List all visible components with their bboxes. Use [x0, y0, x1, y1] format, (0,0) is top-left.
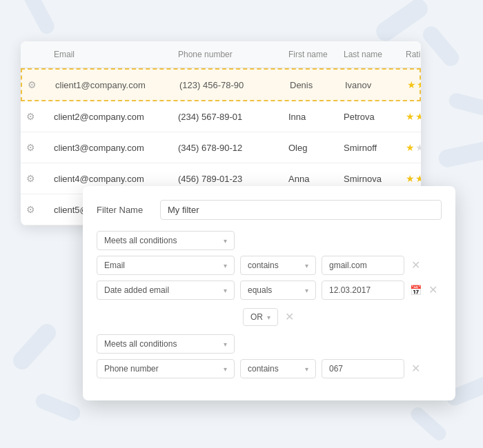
cell-rating: ★ ★ ★ ★ ★ [400, 170, 421, 187]
conditions-row-1: Meets all conditions ▾ [97, 231, 442, 250]
filter-row-date: Date added email ▾ equals ▾ 📅 ✕ [97, 281, 442, 300]
cell-email: client4@company.com [48, 171, 172, 187]
chevron-down-icon: ▾ [267, 314, 270, 321]
cell-lastname: Smirnoff [338, 140, 400, 156]
calendar-icon[interactable]: 📅 [410, 285, 422, 296]
chevron-down-icon: ▾ [224, 237, 227, 245]
cell-lastname: Ivanov [339, 77, 402, 93]
field-dropdown-phone[interactable]: Phone number ▾ [97, 359, 235, 378]
cell-email: client1@company.com [50, 77, 174, 93]
conditions-dropdown-1[interactable]: Meets all conditions ▾ [97, 231, 235, 250]
value-input-date[interactable] [322, 281, 404, 300]
decorative-pill-5 [20, 0, 57, 37]
cell-firstname: Anna [283, 171, 338, 187]
cell-firstname: Denis [284, 77, 339, 93]
operator-dropdown-email[interactable]: contains ▾ [240, 256, 316, 275]
filter-section-1: Meets all conditions ▾ Email ▾ contains … [97, 231, 442, 300]
chevron-down-icon: ▾ [224, 340, 227, 348]
star-2: ★ [415, 111, 421, 122]
cell-phone: (345) 678-90-12 [172, 140, 283, 156]
filter-row-email: Email ▾ contains ▾ ✕ [97, 256, 442, 275]
star-2: ★ [415, 142, 421, 153]
value-input-phone[interactable] [322, 359, 404, 378]
star-2: ★ [417, 79, 421, 90]
star-rating: ★ ★ ★ ★ ★ [406, 111, 421, 122]
decorative-pill-9 [408, 405, 448, 443]
table-row: ⚙ client2@company.com (234) 567-89-01 In… [21, 101, 421, 132]
cell-firstname: Oleg [283, 140, 338, 156]
decorative-pill-3 [447, 92, 483, 117]
decorative-pill-6 [10, 320, 60, 374]
operator-dropdown-phone[interactable]: contains ▾ [240, 359, 316, 378]
decorative-pill-2 [420, 23, 462, 70]
filter-section-2: Meets all conditions ▾ Phone number ▾ co… [97, 334, 442, 378]
table-row: ⚙ client3@company.com (345) 678-90-12 Ol… [21, 132, 421, 163]
star-1: ★ [407, 79, 416, 90]
cell-phone: (456) 789-01-23 [172, 171, 283, 187]
chevron-down-icon: ▾ [305, 365, 308, 373]
cell-rating: ★ ★ ★ ★ ★ [400, 108, 421, 125]
or-label: OR [250, 312, 263, 322]
table-header: Email Phone number First name Last name … [21, 41, 421, 68]
field-dropdown-date[interactable]: Date added email ▾ [97, 281, 235, 300]
star-1: ★ [406, 142, 415, 153]
field-dropdown-email[interactable]: Email ▾ [97, 256, 235, 275]
field-label-date: Date added email [104, 285, 169, 295]
conditions-label-2: Meets all conditions [104, 339, 177, 349]
operator-label-email: contains [248, 261, 279, 270]
filter-name-label: Filter Name [97, 205, 152, 215]
gear-icon[interactable]: ⚙ [22, 77, 50, 93]
col-header-firstname: First name [283, 47, 338, 62]
star-1: ★ [406, 111, 415, 122]
gear-icon[interactable]: ⚙ [21, 139, 48, 156]
star-rating: ★ ★ ★ ★ ★ [406, 173, 421, 184]
operator-dropdown-date[interactable]: equals ▾ [240, 281, 316, 300]
remove-button-email[interactable]: ✕ [410, 258, 422, 272]
cell-lastname: Petrova [338, 109, 400, 125]
gear-icon[interactable]: ⚙ [21, 201, 48, 218]
operator-label-date: equals [248, 285, 272, 295]
or-row: OR ▾ ✕ [97, 308, 442, 326]
filter-name-input[interactable] [160, 200, 442, 220]
field-label-phone: Phone number [104, 364, 159, 374]
conditions-row-2: Meets all conditions ▾ [97, 334, 442, 354]
filter-name-row: Filter Name [97, 200, 442, 220]
conditions-label-1: Meets all conditions [104, 236, 177, 245]
star-1: ★ [406, 173, 415, 184]
chevron-down-icon: ▾ [305, 287, 308, 294]
chevron-down-icon: ▾ [224, 262, 227, 269]
or-dropdown[interactable]: OR ▾ [243, 308, 278, 326]
conditions-dropdown-2[interactable]: Meets all conditions ▾ [97, 334, 235, 354]
remove-button-date[interactable]: ✕ [427, 283, 439, 297]
star-2: ★ [415, 173, 421, 184]
cell-phone: (234) 567-89-01 [172, 109, 283, 125]
remove-button-phone[interactable]: ✕ [410, 362, 422, 376]
col-header-email: Email [48, 47, 172, 62]
value-input-email[interactable] [322, 256, 404, 275]
filter-row-phone: Phone number ▾ contains ▾ ✕ [97, 359, 442, 378]
star-rating: ★ ★ ★ ★ ★ [407, 79, 421, 90]
col-header-icon [21, 47, 48, 62]
cell-firstname: Inna [283, 109, 338, 125]
cell-email: client3@company.com [48, 140, 172, 156]
cell-lastname: Smirnova [338, 171, 400, 187]
decorative-pill-7 [33, 391, 82, 423]
chevron-down-icon: ▾ [224, 365, 227, 373]
table-row: ⚙ client1@company.com (123) 456-78-90 De… [21, 68, 421, 101]
gear-icon[interactable]: ⚙ [21, 170, 48, 187]
gear-icon[interactable]: ⚙ [21, 108, 48, 125]
col-header-phone: Phone number [172, 47, 283, 62]
star-rating: ★ ★ ★ ★ ★ [406, 142, 421, 153]
col-header-lastname: Last name [338, 47, 400, 62]
chevron-down-icon: ▾ [305, 262, 308, 269]
cell-rating: ★ ★ ★ ★ ★ [402, 77, 421, 93]
remove-or-button[interactable]: ✕ [284, 310, 295, 324]
cell-rating: ★ ★ ★ ★ ★ [400, 139, 421, 156]
decorative-pill-1 [373, 0, 432, 45]
col-header-rating: Rating [400, 47, 421, 62]
operator-label-phone: contains [248, 364, 279, 374]
field-label-email: Email [104, 261, 125, 270]
filter-panel: Filter Name Meets all conditions ▾ Email… [83, 186, 455, 400]
cell-email: client2@company.com [48, 109, 172, 125]
chevron-down-icon: ▾ [224, 287, 227, 294]
